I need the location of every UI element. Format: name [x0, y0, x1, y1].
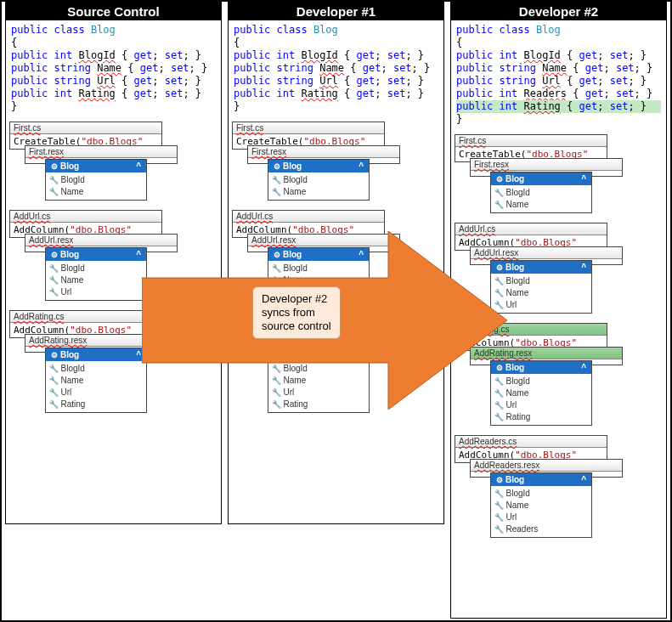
column-header: Developer #1	[229, 3, 443, 20]
panel-head: Blog ^	[491, 172, 591, 185]
panel-body: BlogIdName	[46, 172, 146, 200]
resx-title: First.resx	[25, 146, 177, 158]
panel-row: Name	[494, 500, 588, 512]
cs-title: AddUrl.cs	[233, 211, 384, 223]
migration-stack-first: First.cs CreateTable("dbo.Blogs" First.r…	[232, 122, 440, 201]
gear-icon	[51, 250, 60, 259]
resx-title: First.resx	[248, 146, 399, 158]
panel-head: Blog ^	[46, 160, 146, 172]
panel-body: BlogIdNameUrlReaders	[491, 486, 591, 537]
panel-row: Name	[494, 387, 588, 399]
schema-panel: Blog ^ BlogIdNameUrlRating	[45, 348, 147, 413]
panel-row: Url	[494, 299, 588, 311]
schema-panel: Blog ^ BlogIdName	[268, 159, 370, 201]
resx-title: First.resx	[471, 159, 622, 171]
panel-row: Name	[272, 186, 365, 198]
gear-icon	[51, 161, 60, 171]
diagram-canvas: Developer #2 syncs from source control S…	[0, 0, 672, 622]
panel-row: BlogId	[49, 263, 143, 274]
resx-title: AddReaders.resx	[471, 460, 622, 472]
chevron-up-icon: ^	[136, 161, 141, 171]
panel-row: Name	[49, 375, 143, 387]
migration-stack-addreaders: AddReaders.cs AddColumn("dbo.Blogs" AddR…	[455, 435, 663, 539]
chevron-up-icon: ^	[359, 161, 364, 171]
chevron-up-icon: ^	[581, 475, 586, 484]
cs-title: AddUrl.cs	[10, 211, 161, 223]
class-code: public class Blog{ public int BlogId { g…	[6, 20, 221, 116]
column-header: Source Control	[6, 3, 221, 20]
panel-row: Url	[494, 512, 588, 523]
cs-title: First.cs	[10, 122, 161, 134]
panel-head: Blog ^	[268, 160, 369, 172]
cs-title: First.cs	[455, 135, 607, 147]
panel-row: BlogId	[272, 174, 365, 186]
chevron-up-icon: ^	[581, 174, 586, 184]
schema-panel: Blog ^ BlogIdNameUrlReaders	[490, 472, 592, 538]
chevron-up-icon: ^	[136, 250, 141, 259]
panel-body: BlogIdNameUrlRating	[46, 361, 146, 412]
panel-row: Rating	[494, 411, 588, 423]
panel-row: Name	[49, 186, 143, 198]
panel-row: BlogId	[494, 376, 588, 387]
panel-head: Blog ^	[46, 248, 146, 261]
panel-row: Name	[49, 274, 143, 286]
panel-body: BlogIdNameUrl	[46, 261, 146, 300]
panel-row: Rating	[49, 399, 143, 410]
gear-icon	[274, 161, 283, 171]
panel-row: Name	[494, 287, 588, 299]
panel-row: BlogId	[494, 275, 588, 287]
gear-icon	[496, 475, 505, 484]
panel-row: BlogId	[494, 488, 588, 500]
schema-panel: Blog ^ BlogIdName	[490, 172, 592, 213]
gear-icon	[51, 350, 60, 359]
panel-row: Readers	[494, 523, 588, 535]
chevron-up-icon: ^	[136, 350, 141, 359]
cs-title: AddReaders.cs	[455, 436, 607, 448]
panel-row: Url	[49, 286, 143, 298]
migration-stack-first: First.cs CreateTable("dbo.Blogs" First.r…	[9, 122, 217, 201]
cs-title: First.cs	[233, 122, 384, 134]
callout-line: syncs from	[262, 306, 331, 319]
panel-row: BlogId	[494, 187, 588, 199]
callout-line: source control	[262, 319, 331, 333]
panel-row: BlogId	[49, 174, 143, 186]
chevron-up-icon: ^	[581, 263, 586, 272]
callout-line: Developer #2	[262, 292, 331, 306]
panel-row: Name	[494, 199, 588, 211]
column-header: Developer #2	[451, 3, 666, 20]
panel-head: Blog ^	[46, 348, 146, 361]
gear-icon	[496, 174, 505, 184]
callout-sync: Developer #2 syncs from source control	[252, 286, 341, 339]
schema-panel: Blog ^ BlogIdName	[45, 159, 147, 201]
panel-row: Url	[494, 399, 588, 411]
cs-title: AddRating.cs	[10, 311, 161, 323]
panel-head: Blog ^	[491, 473, 591, 486]
panel-row: BlogId	[49, 363, 143, 375]
panel-row: Url	[49, 387, 143, 399]
class-code: public class Blog{ public int BlogId { g…	[229, 20, 443, 116]
migration-stack-first: First.cs CreateTable("dbo.Blogs" First.r…	[455, 134, 663, 214]
chevron-up-icon: ^	[581, 363, 586, 372]
schema-panel: Blog ^ BlogIdNameUrl	[45, 247, 147, 301]
panel-body: BlogIdName	[268, 172, 369, 200]
panel-body: BlogIdName	[491, 185, 591, 212]
class-code: public class Blog{ public int BlogId { g…	[451, 20, 666, 129]
